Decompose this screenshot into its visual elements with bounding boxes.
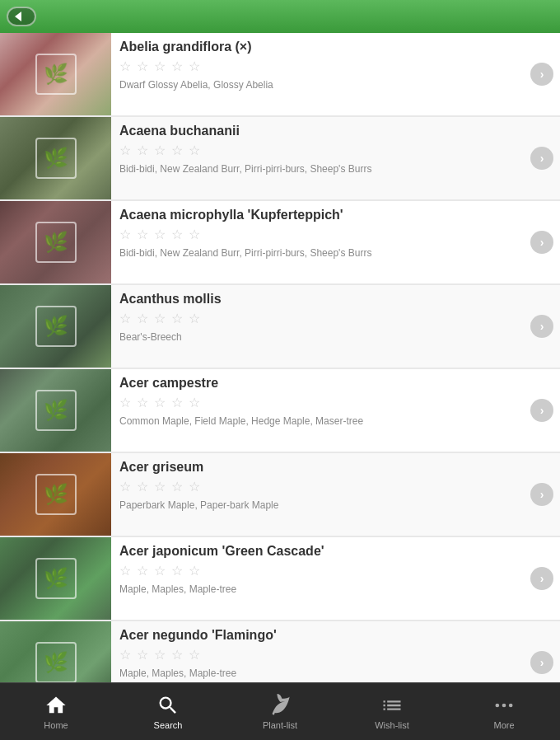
plant-item[interactable]: 🌿 Acanthus mollis ☆☆☆☆☆ Bear's-Breech ›	[0, 285, 560, 368]
tree-icon: 🌿	[44, 231, 68, 254]
star-icon: ☆	[171, 480, 186, 494]
detail-chevron[interactable]: ›	[530, 651, 553, 674]
plant-item[interactable]: 🌿 Acer japonicum 'Green Cascade' ☆☆☆☆☆ M…	[0, 537, 560, 620]
plant-list: 🌿 Abelia grandiflora (×) ☆☆☆☆☆ Dwarf Glo…	[0, 33, 560, 682]
star-icon: ☆	[189, 143, 203, 158]
thumb-overlay: 🌿	[35, 390, 77, 431]
plant-aliases: Bidi-bidi, New Zealand Burr, Pirri-pirri…	[119, 247, 530, 259]
nav-home-label: Home	[44, 720, 68, 730]
star-icon: ☆	[189, 59, 203, 74]
star-icon: ☆	[189, 396, 203, 410]
tree-icon: 🌿	[44, 651, 68, 674]
thumb-overlay: 🌿	[35, 642, 77, 682]
plant-name: Acer griseum	[119, 460, 530, 475]
plant-thumbnail: 🌿	[0, 201, 111, 283]
star-icon: ☆	[137, 564, 152, 578]
tree-icon: 🌿	[44, 147, 68, 170]
star-rating[interactable]: ☆☆☆☆☆	[119, 227, 530, 242]
detail-chevron[interactable]: ›	[530, 63, 553, 86]
plant-list-icon	[268, 694, 292, 717]
star-rating[interactable]: ☆☆☆☆☆	[119, 143, 530, 158]
star-icon: ☆	[189, 480, 203, 494]
star-icon: ☆	[137, 396, 152, 410]
plant-item[interactable]: 🌿 Abelia grandiflora (×) ☆☆☆☆☆ Dwarf Glo…	[0, 33, 560, 115]
plant-item[interactable]: 🌿 Acer campestre ☆☆☆☆☆ Common Maple, Fie…	[0, 369, 560, 452]
star-rating[interactable]: ☆☆☆☆☆	[119, 396, 530, 410]
plant-info: Acaena microphylla 'Kupferteppich' ☆☆☆☆☆…	[111, 201, 560, 283]
plant-item[interactable]: 🌿 Acaena microphylla 'Kupferteppich' ☆☆☆…	[0, 201, 560, 283]
plant-name: Acanthus mollis	[119, 292, 530, 307]
bottom-nav: Home Search Plant-list Wish-list More	[0, 682, 560, 740]
thumb-overlay: 🌿	[35, 306, 77, 347]
star-icon: ☆	[137, 227, 152, 242]
plant-aliases: Dwarf Glossy Abelia, Glossy Abelia	[119, 79, 530, 91]
star-rating[interactable]: ☆☆☆☆☆	[119, 59, 530, 74]
svg-point-0	[496, 703, 500, 707]
star-icon: ☆	[119, 143, 134, 158]
detail-chevron[interactable]: ›	[530, 315, 553, 338]
plant-info: Abelia grandiflora (×) ☆☆☆☆☆ Dwarf Gloss…	[111, 33, 560, 115]
plant-thumbnail: 🌿	[0, 621, 111, 682]
star-icon: ☆	[154, 564, 169, 578]
detail-chevron[interactable]: ›	[530, 399, 553, 422]
star-icon: ☆	[171, 59, 186, 74]
star-icon: ☆	[119, 311, 134, 326]
star-icon: ☆	[171, 564, 186, 578]
nav-more[interactable]: More	[471, 694, 537, 730]
star-icon: ☆	[137, 648, 152, 663]
star-icon: ☆	[189, 564, 203, 578]
detail-chevron[interactable]: ›	[530, 483, 553, 506]
star-rating[interactable]: ☆☆☆☆☆	[119, 311, 530, 326]
detail-chevron[interactable]: ›	[530, 231, 553, 254]
plant-name: Abelia grandiflora (×)	[119, 40, 530, 54]
plant-item[interactable]: 🌿 Acer negundo 'Flamingo' ☆☆☆☆☆ Maple, M…	[0, 621, 560, 682]
plant-aliases: Paperbark Maple, Paper-bark Maple	[119, 499, 530, 511]
nav-search[interactable]: Search	[135, 694, 201, 730]
tree-icon: 🌿	[44, 399, 68, 422]
plant-aliases: Maple, Maples, Maple-tree	[119, 583, 530, 595]
thumb-overlay: 🌿	[35, 54, 77, 95]
search-icon	[156, 694, 180, 717]
plant-thumbnail: 🌿	[0, 369, 111, 452]
star-rating[interactable]: ☆☆☆☆☆	[119, 480, 530, 494]
tree-icon: 🌿	[44, 63, 68, 86]
plant-thumbnail: 🌿	[0, 117, 111, 199]
previous-button[interactable]	[7, 7, 36, 26]
star-icon: ☆	[137, 311, 152, 326]
star-icon: ☆	[171, 227, 186, 242]
plant-aliases: Bear's-Breech	[119, 331, 530, 343]
plant-info: Acer campestre ☆☆☆☆☆ Common Maple, Field…	[111, 369, 560, 452]
star-icon: ☆	[154, 480, 169, 494]
thumb-overlay: 🌿	[35, 222, 77, 263]
star-icon: ☆	[154, 648, 169, 663]
star-icon: ☆	[189, 311, 203, 326]
star-rating[interactable]: ☆☆☆☆☆	[119, 648, 530, 663]
star-icon: ☆	[119, 396, 134, 410]
tree-icon: 🌿	[44, 567, 68, 590]
tree-icon: 🌿	[44, 315, 68, 338]
star-icon: ☆	[171, 143, 186, 158]
star-icon: ☆	[154, 396, 169, 410]
plant-thumbnail: 🌿	[0, 285, 111, 368]
plant-item[interactable]: 🌿 Acaena buchananii ☆☆☆☆☆ Bidi-bidi, New…	[0, 117, 560, 199]
detail-chevron[interactable]: ›	[530, 147, 553, 170]
plant-name: Acaena buchananii	[119, 124, 530, 138]
star-rating[interactable]: ☆☆☆☆☆	[119, 564, 530, 578]
wish-list-icon	[380, 694, 404, 717]
thumb-overlay: 🌿	[35, 138, 77, 179]
prev-arrow-icon	[15, 12, 21, 21]
plant-aliases: Bidi-bidi, New Zealand Burr, Pirri-pirri…	[119, 163, 530, 175]
plant-item[interactable]: 🌿 Acer griseum ☆☆☆☆☆ Paperbark Maple, Pa…	[0, 453, 560, 536]
nav-home[interactable]: Home	[23, 694, 89, 730]
nav-wish-list-label: Wish-list	[375, 720, 409, 730]
nav-plant-list[interactable]: Plant-list	[247, 694, 313, 730]
nav-more-label: More	[493, 720, 514, 730]
plant-name: Acer campestre	[119, 376, 530, 391]
plant-thumbnail: 🌿	[0, 33, 111, 115]
star-icon: ☆	[137, 480, 152, 494]
plant-name: Acer negundo 'Flamingo'	[119, 628, 530, 643]
nav-wish-list[interactable]: Wish-list	[359, 694, 425, 730]
svg-point-1	[502, 703, 506, 707]
detail-chevron[interactable]: ›	[530, 567, 553, 590]
star-icon: ☆	[154, 227, 169, 242]
